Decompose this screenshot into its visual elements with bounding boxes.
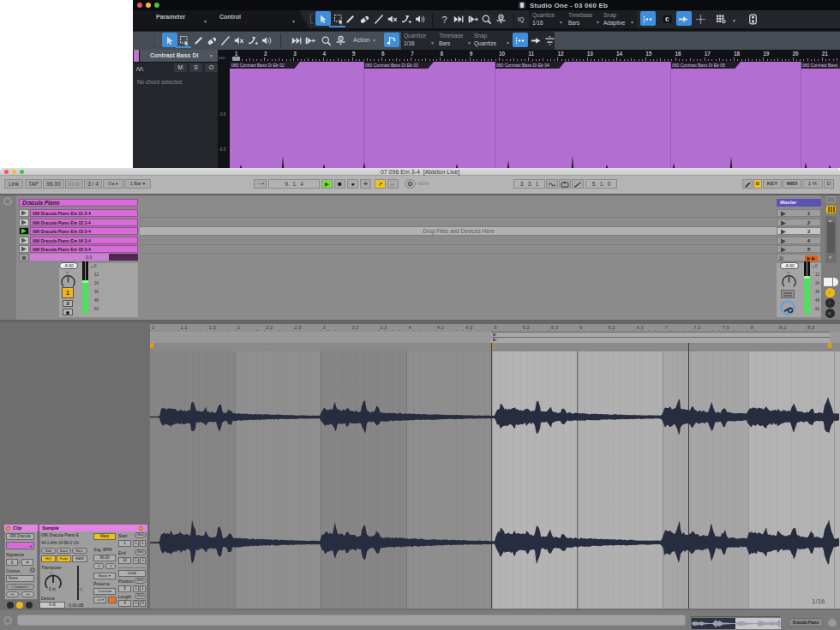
svg-text:?: ? [442,15,447,25]
